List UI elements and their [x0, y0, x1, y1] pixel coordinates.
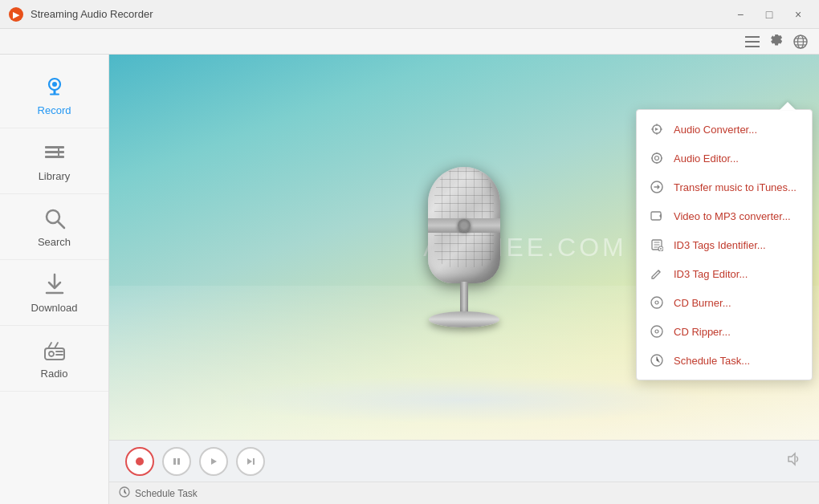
id3-identifier-label: ID3 Tags Identifier...: [674, 239, 766, 251]
player-bar: [109, 440, 819, 482]
svg-rect-3: [745, 41, 760, 43]
svg-line-19: [58, 222, 64, 228]
dropdown-menu: Audio Converter... Audio Editor... Trans…: [636, 109, 813, 380]
app-title: Streaming Audio Recorder: [31, 8, 727, 20]
svg-point-29: [655, 156, 659, 161]
svg-point-37: [655, 330, 658, 333]
globe-icon[interactable]: [792, 33, 809, 51]
audio-editor-label: Audio Editor...: [674, 152, 739, 165]
status-icon: [119, 486, 130, 500]
cd-ripper-label: CD Ripper...: [674, 326, 731, 338]
play-button[interactable]: [199, 447, 228, 476]
sidebar: Record Library Search Down: [0, 55, 109, 504]
sidebar-item-radio[interactable]: Radio: [0, 326, 108, 392]
svg-marker-45: [788, 453, 795, 465]
sidebar-radio-label: Radio: [41, 368, 68, 380]
svg-point-11: [52, 82, 57, 87]
svg-rect-44: [253, 458, 255, 465]
pause-button[interactable]: [162, 447, 191, 476]
menu-item-transfer-itunes[interactable]: Transfer music to iTunes...: [637, 173, 812, 201]
menu-item-video-mp3[interactable]: Video to MP3 converter...: [637, 201, 812, 230]
volume-icon[interactable]: [785, 450, 803, 472]
status-label: Schedule Task: [135, 488, 198, 499]
svg-rect-41: [177, 458, 180, 465]
schedule-task-label: Schedule Task...: [674, 355, 750, 367]
settings-icon[interactable]: [768, 33, 785, 51]
audio-converter-label: Audio Converter...: [674, 124, 757, 136]
sidebar-record-label: Record: [38, 104, 71, 116]
content-area: APPNEE.COM: [109, 55, 819, 504]
svg-marker-42: [211, 458, 217, 465]
sidebar-download-label: Download: [31, 302, 78, 314]
menu-item-cd-ripper[interactable]: CD Ripper...: [637, 317, 812, 346]
sidebar-item-download[interactable]: Download: [0, 260, 108, 326]
toolbar: [0, 29, 819, 55]
menu-item-schedule-task[interactable]: Schedule Task...: [637, 346, 812, 375]
cd-ripper-icon: [650, 324, 664, 339]
window-controls: − □ ×: [727, 3, 811, 26]
svg-marker-43: [247, 458, 252, 465]
microphone: [428, 167, 500, 327]
background-area: APPNEE.COM: [109, 55, 819, 440]
next-button[interactable]: [236, 447, 265, 476]
transfer-itunes-label: Transfer music to iTunes...: [674, 181, 797, 193]
svg-rect-15: [45, 151, 64, 153]
svg-rect-13: [50, 94, 59, 96]
svg-point-36: [651, 326, 662, 337]
id3-editor-label: ID3 Tag Editor...: [674, 268, 748, 280]
svg-rect-16: [45, 156, 64, 158]
menu-item-audio-converter[interactable]: Audio Converter...: [637, 115, 812, 144]
svg-point-39: [136, 457, 144, 465]
video-mp3-icon: [650, 209, 664, 223]
menu-item-id3-editor[interactable]: ID3 Tag Editor...: [637, 259, 812, 288]
app-logo: ▶: [8, 6, 24, 22]
title-bar: ▶ Streaming Audio Recorder − □ ×: [0, 0, 819, 29]
menu-icon[interactable]: [744, 33, 761, 51]
svg-rect-40: [173, 458, 176, 465]
menu-item-audio-editor[interactable]: Audio Editor...: [637, 144, 812, 173]
svg-point-28: [652, 153, 662, 163]
cd-burner-icon: [650, 295, 664, 310]
status-bar: Schedule Task: [109, 482, 819, 504]
main-layout: Record Library Search Down: [0, 55, 819, 504]
maximize-button[interactable]: □: [756, 3, 782, 26]
svg-rect-2: [745, 36, 760, 38]
svg-rect-12: [53, 90, 55, 94]
svg-rect-14: [45, 146, 64, 148]
svg-rect-17: [58, 148, 59, 157]
id3-editor-icon: [650, 266, 664, 281]
sidebar-item-library[interactable]: Library: [0, 128, 108, 194]
menu-item-id3-identifier[interactable]: ID3 Tags Identifier...: [637, 230, 812, 259]
sidebar-search-label: Search: [38, 236, 71, 248]
svg-rect-22: [45, 348, 64, 360]
sidebar-library-label: Library: [39, 170, 71, 182]
svg-line-26: [48, 343, 51, 348]
svg-text:▶: ▶: [13, 10, 20, 19]
svg-point-23: [49, 352, 54, 356]
audio-editor-icon: [650, 151, 664, 165]
id3-identifier-icon: [650, 238, 664, 252]
sidebar-item-search[interactable]: Search: [0, 194, 108, 260]
menu-item-cd-burner[interactable]: CD Burner...: [637, 288, 812, 317]
svg-point-34: [651, 297, 662, 308]
record-button[interactable]: [125, 447, 154, 476]
svg-point-35: [655, 301, 658, 304]
close-button[interactable]: ×: [785, 3, 811, 26]
cd-burner-label: CD Burner...: [674, 297, 731, 309]
transfer-itunes-icon: [650, 180, 664, 194]
svg-rect-4: [745, 46, 760, 47]
svg-line-27: [55, 343, 58, 348]
audio-converter-icon: [650, 122, 664, 136]
sidebar-item-record[interactable]: Record: [0, 63, 108, 128]
minimize-button[interactable]: −: [727, 3, 753, 26]
schedule-task-icon: [650, 353, 664, 368]
video-mp3-label: Video to MP3 converter...: [674, 210, 791, 222]
